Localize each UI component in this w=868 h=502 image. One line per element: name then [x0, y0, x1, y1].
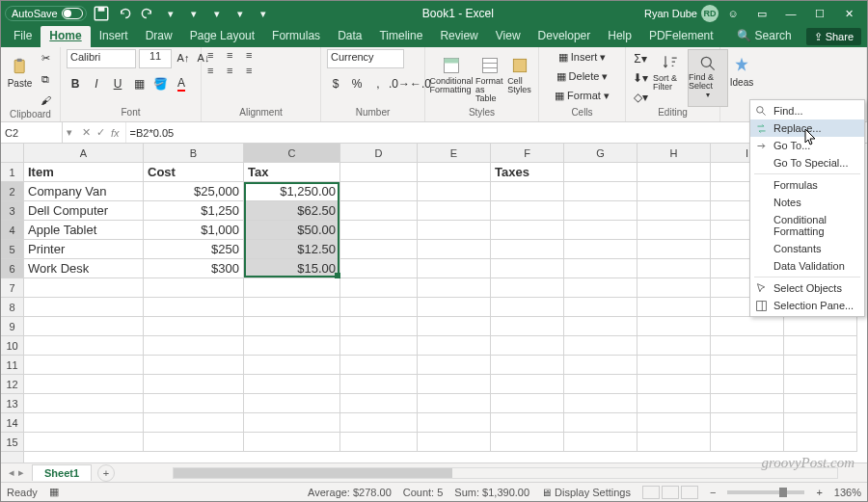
fill-color-icon[interactable]: 🪣: [151, 75, 169, 92]
horizontal-scrollbar[interactable]: [115, 467, 867, 479]
cell-A8[interactable]: [24, 298, 144, 317]
cell-G3[interactable]: [564, 201, 637, 221]
column-header-H[interactable]: H: [637, 144, 711, 163]
cell-E1[interactable]: [418, 163, 491, 182]
cell-E15[interactable]: [418, 433, 491, 452]
clear-icon[interactable]: ◇▾: [632, 89, 649, 106]
cell-E2[interactable]: [418, 182, 491, 201]
cancel-formula-icon[interactable]: ✕: [82, 126, 91, 139]
column-header-B[interactable]: B: [144, 144, 244, 163]
row-header-2[interactable]: 2: [1, 182, 23, 201]
cell-J10[interactable]: [784, 336, 857, 356]
tab-timeline[interactable]: Timeline: [370, 26, 431, 47]
fill-icon[interactable]: ⬇▾: [632, 69, 649, 87]
cell-C3[interactable]: $62.50: [244, 201, 340, 221]
ribbon-display-icon[interactable]: ▭: [747, 8, 776, 20]
qat-icon[interactable]: ▾: [255, 5, 272, 22]
cell-E7[interactable]: [418, 278, 491, 298]
cell-H15[interactable]: [637, 433, 711, 452]
cell-G5[interactable]: [564, 240, 637, 259]
cell-I10[interactable]: [711, 336, 784, 356]
sort-filter-button[interactable]: Sort & Filter: [653, 49, 688, 101]
menu-data-validation[interactable]: Data Validation: [750, 257, 864, 275]
autosum-icon[interactable]: Σ▾: [632, 50, 649, 67]
cell-E3[interactable]: [418, 201, 491, 221]
cell-J14[interactable]: [784, 413, 857, 433]
row-header-14[interactable]: 14: [1, 413, 23, 433]
cell-F2[interactable]: [491, 182, 564, 201]
font-color-icon[interactable]: A: [173, 75, 190, 92]
cell-H5[interactable]: [637, 240, 711, 259]
display-settings-button[interactable]: 🖥 Display Settings: [541, 487, 631, 498]
tab-developer[interactable]: Developer: [529, 26, 600, 47]
cell-D1[interactable]: [340, 163, 418, 182]
cell-H4[interactable]: [637, 221, 711, 240]
cell-D12[interactable]: [340, 375, 418, 394]
row-header-6[interactable]: 6: [1, 259, 23, 278]
cell-H1[interactable]: [637, 163, 711, 182]
cell-C8[interactable]: [244, 298, 340, 317]
cell-F8[interactable]: [491, 298, 564, 317]
worksheet-grid[interactable]: 123456789101112131415 ABCDEFGHIJ ItemCos…: [1, 144, 867, 462]
delete-cells-button[interactable]: ▦Delete ▾: [556, 68, 609, 84]
cell-B6[interactable]: $300: [144, 259, 244, 278]
cell-J11[interactable]: [784, 356, 857, 375]
add-sheet-button[interactable]: +: [97, 464, 115, 482]
cell-F9[interactable]: [491, 317, 564, 336]
paste-button[interactable]: Paste: [7, 53, 33, 105]
cell-F14[interactable]: [491, 413, 564, 433]
cut-icon[interactable]: ✂: [37, 49, 54, 66]
cell-C11[interactable]: [244, 356, 340, 375]
cell-B13[interactable]: [144, 394, 244, 413]
cell-A12[interactable]: [24, 375, 144, 394]
cell-H2[interactable]: [637, 182, 711, 201]
tab-formulas[interactable]: Formulas: [263, 26, 329, 47]
cell-B9[interactable]: [144, 317, 244, 336]
cell-I13[interactable]: [711, 394, 784, 413]
zoom-slider[interactable]: [727, 490, 804, 494]
user-account[interactable]: Ryan Dube RD: [644, 5, 719, 22]
cell-J12[interactable]: [784, 375, 857, 394]
bold-button[interactable]: B: [67, 75, 84, 92]
zoom-out-button[interactable]: −: [710, 487, 716, 498]
cell-D5[interactable]: [340, 240, 418, 259]
cell-G8[interactable]: [564, 298, 637, 317]
cell-A11[interactable]: [24, 356, 144, 375]
cell-D3[interactable]: [340, 201, 418, 221]
align-left-icon[interactable]: ≡: [207, 65, 225, 78]
cell-A9[interactable]: [24, 317, 144, 336]
qat-icon[interactable]: ▾: [231, 5, 249, 22]
cell-J15[interactable]: [784, 433, 857, 452]
menu-goto-special[interactable]: Go To Special...: [750, 154, 864, 172]
copy-icon[interactable]: ⧉: [37, 70, 54, 88]
cell-A7[interactable]: [24, 278, 144, 298]
font-size-select[interactable]: 11: [139, 49, 172, 68]
cell-F3[interactable]: [491, 201, 564, 221]
insert-cells-button[interactable]: ▦Insert ▾: [558, 49, 607, 65]
tab-home[interactable]: Home: [41, 26, 90, 47]
cell-G11[interactable]: [564, 356, 637, 375]
cell-C14[interactable]: [244, 413, 340, 433]
cell-A13[interactable]: [24, 394, 144, 413]
cell-A5[interactable]: Printer: [24, 240, 144, 259]
tab-draw[interactable]: Draw: [137, 26, 181, 47]
row-header-8[interactable]: 8: [1, 298, 23, 317]
row-header-5[interactable]: 5: [1, 240, 23, 259]
close-icon[interactable]: ✕: [834, 8, 863, 20]
cell-B15[interactable]: [144, 433, 244, 452]
cell-A1[interactable]: Item: [24, 163, 144, 182]
conditional-formatting-button[interactable]: Conditional Formatting: [431, 52, 472, 104]
cell-F6[interactable]: [491, 259, 564, 278]
cell-D10[interactable]: [340, 336, 418, 356]
cell-B10[interactable]: [144, 336, 244, 356]
sheet-nav-next-icon[interactable]: ▸: [18, 466, 24, 479]
cell-G1[interactable]: [564, 163, 637, 182]
cell-A6[interactable]: Work Desk: [24, 259, 144, 278]
cell-B1[interactable]: Cost: [144, 163, 244, 182]
cell-D2[interactable]: [340, 182, 418, 201]
cell-D11[interactable]: [340, 356, 418, 375]
cell-I15[interactable]: [711, 433, 784, 452]
cell-D14[interactable]: [340, 413, 418, 433]
cell-B11[interactable]: [144, 356, 244, 375]
cell-G12[interactable]: [564, 375, 637, 394]
